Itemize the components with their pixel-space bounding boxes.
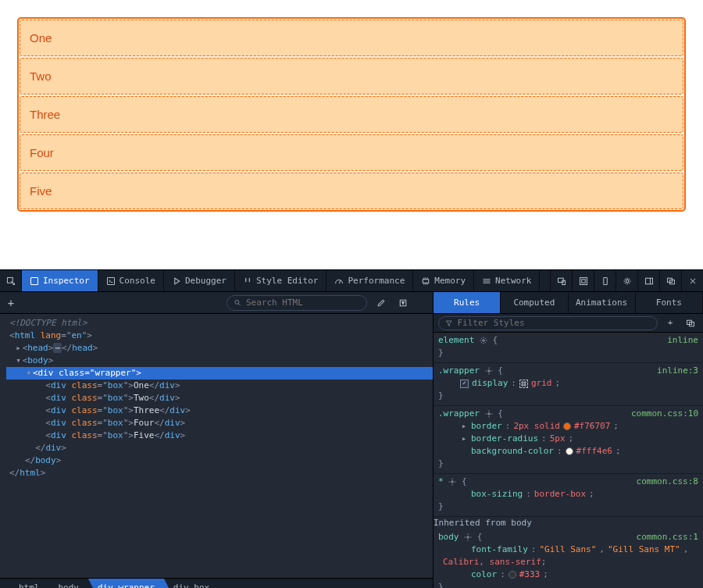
rules-list: inline element { } inline:3 .wrapper { ✓… [434, 333, 703, 588]
rule-star[interactable]: common.css:8 * { box-sizing: border-box;… [434, 474, 703, 517]
rule-wrapper-inline[interactable]: inline:3 .wrapper { ✓ display: grid; } [434, 363, 703, 406]
dock-window-icon[interactable] [659, 270, 681, 291]
tab-label: Inspector [43, 276, 90, 286]
tree-head[interactable]: ▸<head>⋯</head> [6, 342, 433, 355]
devtools-panel: Inspector Console Debugger Style Editor … [0, 269, 703, 588]
responsive-mode-icon[interactable] [550, 270, 572, 291]
gear-icon [480, 337, 487, 344]
gear-icon [448, 478, 456, 486]
breadcrumb: html body div.wrapper div.box [0, 578, 433, 588]
svg-marker-3 [175, 278, 180, 284]
tab-debugger[interactable]: Debugger [164, 270, 235, 291]
subtab-rules[interactable]: Rules [434, 292, 501, 313]
grid-box: Two [20, 58, 683, 94]
filter-icon [445, 319, 452, 327]
svg-rect-8 [581, 279, 585, 283]
grid-icon[interactable] [519, 380, 528, 388]
node-picker-icon[interactable] [0, 270, 22, 291]
tree-doctype[interactable]: <!DOCTYPE html> [6, 317, 433, 330]
eyedropper-icon[interactable] [395, 298, 411, 308]
markup-tree[interactable]: <!DOCTYPE html> <html lang="en"> ▸<head>… [0, 314, 433, 578]
rule-wrapper-css[interactable]: common.css:10 .wrapper { ▸border: 2px so… [434, 406, 703, 474]
color-swatch[interactable] [566, 447, 573, 455]
tree-box[interactable]: <div class="box">One</div> [6, 380, 433, 392]
add-node-button[interactable]: + [5, 297, 17, 309]
crumb-box[interactable]: div.box [164, 579, 219, 588]
rule-body[interactable]: common.css:1 body { font-family: "Gill S… [434, 529, 703, 588]
toggle-classes-icon[interactable] [683, 319, 698, 328]
edit-html-icon[interactable] [373, 298, 389, 308]
tree-wrapper-close[interactable]: </div> [6, 442, 433, 454]
crumb-body[interactable]: body [49, 579, 89, 588]
tree-box[interactable]: <div class="box">Two</div> [6, 392, 433, 404]
html-search-field[interactable] [246, 298, 360, 308]
rule-source[interactable]: inline [667, 334, 698, 347]
svg-rect-2 [107, 277, 114, 284]
gear-icon [485, 410, 493, 418]
svg-point-22 [451, 481, 454, 483]
svg-rect-1 [31, 277, 38, 284]
color-swatch[interactable] [509, 571, 516, 579]
svg-point-10 [626, 280, 629, 283]
tab-memory[interactable]: Memory [413, 270, 474, 291]
tree-box[interactable]: <div class="box">Five</div> [6, 429, 433, 442]
tree-box[interactable]: <div class="box">Three</div> [6, 404, 433, 417]
tree-box[interactable]: <div class="box">Four</div> [6, 417, 433, 429]
grid-box: Five [20, 173, 683, 209]
tab-performance[interactable]: Performance [327, 270, 413, 291]
rule-source[interactable]: inline:3 [657, 365, 698, 377]
tree-body-open[interactable]: ▾<body> [6, 355, 433, 367]
tree-html-open[interactable]: <html lang="en"> [6, 330, 433, 342]
rendered-page: One Two Three Four Five [0, 0, 703, 269]
rule-source[interactable]: common.css:10 [631, 408, 698, 420]
svg-rect-7 [580, 277, 587, 284]
grid-box: Four [20, 134, 683, 171]
svg-rect-4 [423, 279, 430, 283]
svg-marker-16 [402, 301, 405, 304]
filter-styles-input[interactable] [438, 316, 658, 330]
svg-point-14 [235, 300, 239, 304]
device-icon[interactable] [594, 270, 616, 291]
svg-point-21 [487, 413, 490, 415]
markup-search-row: + [0, 292, 433, 314]
dock-side-icon[interactable] [637, 270, 659, 291]
svg-point-23 [467, 536, 469, 539]
rule-element[interactable]: inline element { } [434, 333, 703, 363]
subtab-fonts[interactable]: Fonts [636, 292, 703, 313]
rule-source[interactable]: common.css:1 [637, 531, 698, 543]
crumb-html[interactable]: html [9, 579, 49, 588]
filter-styles-field[interactable] [457, 318, 651, 328]
tab-label: Debugger [185, 276, 227, 286]
tab-label: Network [495, 276, 531, 286]
toggle-declaration-checkbox[interactable]: ✓ [460, 380, 469, 388]
svg-rect-11 [645, 278, 652, 284]
tab-network[interactable]: Network [474, 270, 540, 291]
svg-point-20 [487, 370, 490, 372]
tree-html-close[interactable]: </html> [6, 467, 433, 479]
search-icon [234, 298, 241, 307]
color-swatch[interactable] [563, 422, 571, 430]
html-search-input[interactable] [227, 295, 367, 311]
subtab-animations[interactable]: Animations [569, 292, 636, 313]
tab-label: Console [120, 276, 155, 286]
tab-style-editor[interactable]: Style Editor [235, 270, 327, 291]
grid-wrapper: One Two Three Four Five [17, 17, 686, 212]
subtab-computed[interactable]: Computed [501, 292, 568, 313]
filter-row: + [434, 314, 703, 333]
grid-box: One [20, 20, 683, 56]
rules-tabs: Rules Computed Animations Fonts [434, 292, 703, 314]
tab-label: Style Editor [256, 276, 318, 286]
svg-rect-9 [603, 277, 607, 284]
add-rule-icon[interactable]: + [662, 318, 678, 328]
crumb-wrapper[interactable]: div.wrapper [88, 579, 164, 588]
tab-console[interactable]: Console [98, 270, 164, 291]
close-icon[interactable] [681, 270, 703, 291]
svg-point-19 [483, 340, 485, 342]
rule-source[interactable]: common.css:8 [637, 476, 698, 488]
tab-inspector[interactable]: Inspector [22, 270, 98, 291]
grid-box: Three [20, 96, 683, 133]
tree-wrapper-open[interactable]: ▾<div class="wrapper"> [6, 367, 433, 380]
tree-body-close[interactable]: </body> [6, 454, 433, 467]
iframe-picker-icon[interactable] [572, 270, 594, 291]
settings-icon[interactable] [616, 270, 637, 291]
